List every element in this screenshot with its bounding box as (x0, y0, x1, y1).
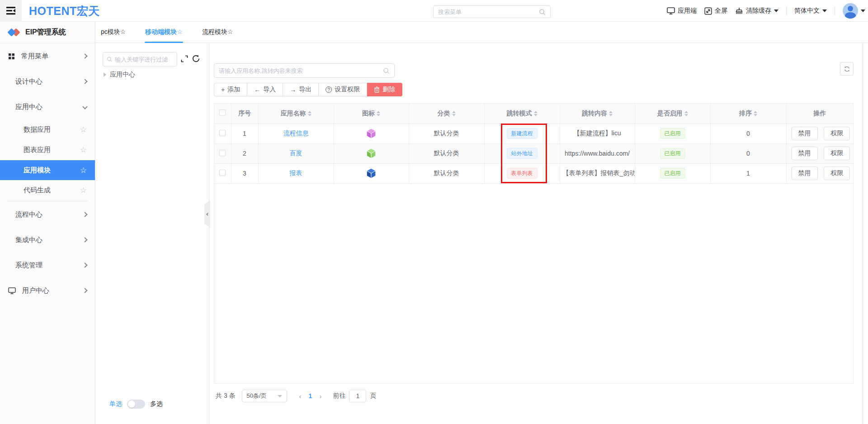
sidebar-item-code-gen[interactable]: 代码生成 ☆ (0, 180, 95, 200)
category-tree-panel: 应用中心 单选 多选 (95, 43, 209, 424)
row-checkbox[interactable] (219, 150, 226, 156)
sort-icon[interactable] (308, 111, 311, 116)
col-app-name[interactable]: 应用名称 (258, 104, 334, 124)
sort-icon[interactable] (609, 111, 613, 116)
sidebar-item-app-module-selected[interactable]: 应用模块 ☆ (0, 160, 95, 180)
sidebar-item-common-menu[interactable]: 常用菜单 (0, 43, 95, 69)
page-size-select[interactable]: 50条/页 (242, 390, 287, 402)
sort-icon[interactable] (684, 111, 688, 116)
table-row: 3 报表 默认分类 表单列表 【表单列表】报销表_勿动 已启用 1 禁用 权限 (214, 163, 853, 183)
app-name-link[interactable]: 流程信息 (283, 129, 309, 137)
set-permission-button[interactable]: ? 设置权限 (319, 83, 367, 96)
tree-caret-icon[interactable] (104, 72, 106, 77)
sidebar-item-user-center[interactable]: 用户中心 (0, 278, 95, 303)
sort-icon[interactable] (534, 111, 538, 116)
sidebar-item-label: 应用模块 (24, 166, 80, 175)
language-selector[interactable]: 简体中文 (794, 7, 827, 15)
prev-page-button[interactable]: ‹ (295, 392, 306, 400)
sidebar-item-data-app[interactable]: 数据应用 ☆ (0, 119, 95, 140)
sidebar: EIP管理系统 常用菜单 设计中心 应用中心 数据应用 ☆ 图表应用 ☆ 应用模… (0, 22, 95, 424)
chevron-right-icon (82, 53, 87, 58)
export-button[interactable]: → 导出 (283, 83, 319, 96)
menu-search-input[interactable] (438, 9, 539, 15)
refresh-icon[interactable] (192, 54, 200, 63)
import-button[interactable]: ← 导入 (247, 83, 283, 96)
single-select-label[interactable]: 单选 (109, 400, 122, 408)
table-refresh-button[interactable] (840, 62, 854, 76)
col-category[interactable]: 分类 (409, 104, 484, 124)
disable-button[interactable]: 禁用 (792, 167, 818, 180)
system-logo-icon (8, 29, 20, 37)
avatar[interactable] (843, 3, 858, 19)
app-client-button[interactable]: 应用端 (667, 7, 697, 15)
table-row: 2 百度 默认分类 站外地址 https://www.baidu.com/ 已启… (214, 143, 853, 163)
permission-button[interactable]: 权限 (824, 147, 850, 160)
tab-pc-module[interactable]: pc模块☆ (100, 22, 126, 43)
disable-button[interactable]: 禁用 (792, 127, 818, 140)
sidebar-item-process-center[interactable]: 流程中心 (0, 202, 95, 227)
collapse-menu-button[interactable] (0, 0, 22, 22)
tab-process-module[interactable]: 流程模块☆ (202, 22, 234, 43)
clear-cache-button[interactable]: 清除缓存 (735, 7, 778, 15)
system-header: EIP管理系统 (0, 22, 95, 43)
menu-search-box[interactable] (433, 5, 551, 18)
fullscreen-button[interactable]: 全屏 (704, 7, 727, 15)
star-icon[interactable]: ☆ (80, 125, 87, 134)
star-icon[interactable]: ☆ (80, 186, 87, 195)
sort-icon[interactable] (377, 111, 380, 116)
goto-page-input[interactable] (349, 390, 366, 402)
select-all-checkbox[interactable] (219, 110, 226, 116)
panel-collapse-handle[interactable] (204, 200, 210, 228)
app-name-link[interactable]: 报表 (290, 169, 302, 176)
tree-filter-input[interactable] (115, 56, 173, 63)
avatar-body (845, 12, 856, 19)
multi-select-label[interactable]: 多选 (150, 400, 163, 408)
import-label: 导入 (263, 86, 276, 94)
sidebar-item-label: 系统管理 (15, 261, 83, 270)
disable-button[interactable]: 禁用 (792, 147, 818, 160)
sidebar-item-design-center[interactable]: 设计中心 (0, 69, 95, 94)
star-icon[interactable]: ☆ (80, 166, 87, 175)
sidebar-item-chart-app[interactable]: 图表应用 ☆ (0, 140, 95, 160)
tab-mobile-module-active[interactable]: 移动端模块☆ (145, 22, 183, 43)
col-jump-mode[interactable]: 跳转模式 (484, 104, 560, 124)
permission-button[interactable]: 权限 (824, 167, 850, 180)
cell-sort: 0 (710, 124, 786, 143)
tab-label: pc模块☆ (101, 28, 126, 36)
app-name-link[interactable]: 百度 (290, 149, 302, 157)
col-jump-content[interactable]: 跳转内容 (560, 104, 635, 124)
sidebar-item-app-center[interactable]: 应用中心 (0, 94, 95, 119)
chevron-right-icon (82, 212, 87, 217)
expand-all-icon[interactable] (181, 55, 188, 62)
tab-label: 移动端模块☆ (145, 28, 183, 36)
hamburger-arrow-icon (5, 6, 16, 16)
col-icon[interactable]: 图标 (334, 104, 409, 124)
col-enabled[interactable]: 是否启用 (635, 104, 710, 124)
delete-button[interactable]: 删除 (367, 83, 402, 96)
search-icon (539, 9, 546, 15)
goto-page-group: 前往 页 (333, 390, 376, 402)
sidebar-item-system-admin[interactable]: 系统管理 (0, 252, 95, 278)
row-checkbox[interactable] (219, 170, 226, 176)
user-menu[interactable] (843, 3, 865, 19)
sidebar-item-integration-center[interactable]: 集成中心 (0, 227, 95, 252)
app-search-box[interactable] (214, 63, 395, 78)
header-divider (786, 6, 787, 15)
status-tag: 已启用 (660, 168, 685, 179)
current-page-button[interactable]: 1 (306, 392, 316, 400)
switch-knob (128, 400, 135, 408)
permission-button[interactable]: 权限 (824, 127, 850, 140)
header-divider (835, 6, 835, 15)
select-mode-switch[interactable] (127, 400, 145, 409)
sort-icon[interactable] (452, 111, 456, 116)
app-search-input[interactable] (219, 67, 383, 74)
sort-icon[interactable] (754, 111, 757, 116)
tree-node-app-center[interactable]: 应用中心 (104, 69, 203, 81)
next-page-button[interactable]: › (315, 392, 326, 400)
add-button[interactable]: + 添加 (214, 83, 247, 96)
col-sort[interactable]: 排序 (710, 104, 786, 124)
chevron-down-icon (82, 104, 87, 109)
star-icon[interactable]: ☆ (80, 145, 87, 155)
tree-filter-box[interactable] (103, 52, 177, 67)
row-checkbox[interactable] (219, 130, 226, 136)
